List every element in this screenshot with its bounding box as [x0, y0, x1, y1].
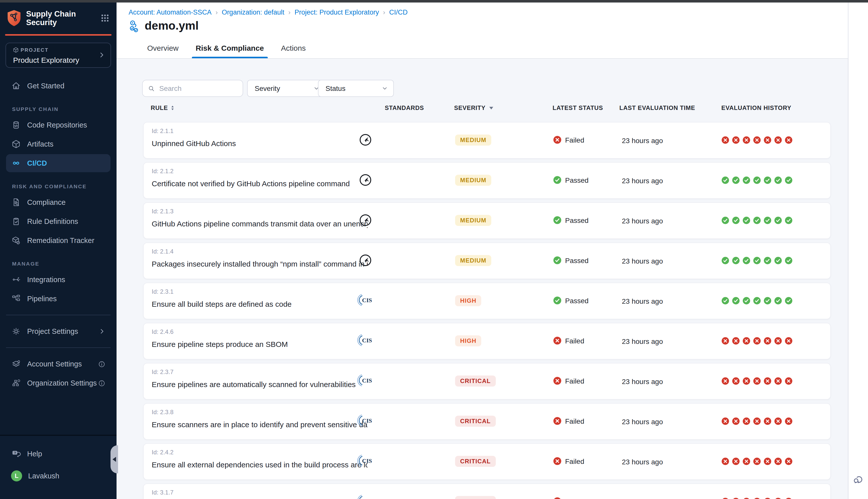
rule-name: Certificate not verified by GitHub Actio… — [152, 179, 350, 188]
history-failed-icon — [721, 377, 730, 385]
sidebar-item-pipelines[interactable]: Pipelines — [6, 290, 110, 308]
sidebar-item-ci-cd[interactable]: CI/CD — [6, 154, 110, 172]
apps-grid-icon[interactable] — [100, 14, 109, 23]
sidebar-collapse-handle[interactable] — [110, 445, 118, 473]
sidebar-item-help[interactable]: Help — [6, 445, 110, 463]
history-failed-icon — [763, 498, 772, 499]
severity-badge: CRITICAL — [455, 496, 496, 499]
latest-status: Passed — [553, 176, 589, 184]
history-failed-icon — [763, 337, 772, 345]
severity-badge: MEDIUM — [455, 175, 492, 186]
history-passed-icon — [785, 257, 793, 265]
sidebar-item-integrations[interactable]: Integrations — [6, 271, 110, 289]
history-failed-icon — [774, 337, 782, 345]
status-label: Failed — [565, 136, 584, 144]
history-failed-icon — [743, 337, 750, 345]
user-menu[interactable]: L Lavakush — [6, 467, 110, 485]
sidebar-item-label: Account Settings — [27, 360, 82, 368]
table-row[interactable]: Id: 2.3.1Ensure all build steps are defi… — [143, 283, 831, 319]
table-row[interactable]: Id: 2.4.2Ensure all external dependencie… — [143, 443, 831, 480]
history-passed-icon — [743, 216, 750, 224]
history-passed-icon — [753, 216, 761, 224]
table-row[interactable]: Id: 2.4.6Ensure pipeline steps produce a… — [143, 323, 831, 360]
info-icon — [98, 360, 106, 368]
history-failed-icon — [774, 377, 782, 385]
history-failed-icon — [721, 417, 730, 425]
sidebar-item-remediation-tracker[interactable]: Remediation Tracker — [6, 231, 110, 250]
sidebar-item-label: Organization Settings — [27, 379, 97, 387]
table-row[interactable]: Id: 2.1.2Certificate not verified by Git… — [143, 162, 831, 199]
history-failed-icon — [753, 337, 761, 345]
sidebar-item-label: Project Settings — [27, 327, 78, 335]
latest-status: Failed — [553, 377, 584, 385]
table-row[interactable]: Id: 2.1.1Unpinned GitHub ActionsMEDIUMFa… — [143, 122, 831, 159]
sidebar-item-organization-settings[interactable]: Organization Settings — [6, 374, 110, 392]
project-name: Product Exploratory — [13, 56, 79, 64]
rule-id: Id: 3.1.7 — [152, 489, 173, 496]
sidebar-divider — [6, 348, 110, 348]
history-failed-icon — [753, 136, 761, 144]
sidebar-item-label: Integrations — [27, 276, 65, 284]
table-row[interactable]: Id: 2.3.7Ensure pipelines are automatica… — [143, 363, 831, 400]
status-label: Passed — [565, 296, 589, 304]
status-failed-icon — [553, 457, 562, 465]
standard-badge — [359, 214, 429, 229]
sidebar-item-project-settings[interactable]: Project Settings — [6, 322, 110, 340]
module-title: Supply Chain Security — [26, 10, 100, 27]
sidebar-item-compliance[interactable]: Compliance — [6, 193, 110, 211]
window-top-strip — [0, 0, 868, 2]
sidebar-item-rule-definitions[interactable]: Rule Definitions — [6, 212, 110, 230]
table-row[interactable]: Id: 2.3.8Ensure scanners are in place to… — [143, 403, 831, 440]
openssf-standard-icon — [359, 173, 372, 187]
table-row[interactable]: Id: 2.1.3GitHub Actions pipeline command… — [143, 202, 831, 239]
table-rows: Id: 2.1.1Unpinned GitHub ActionsMEDIUMFa… — [117, 2, 848, 499]
pipelines-icon — [11, 294, 21, 304]
history-passed-icon — [743, 176, 750, 184]
history-failed-icon — [763, 136, 772, 144]
chat-support-icon[interactable] — [853, 473, 864, 485]
rule-id: Id: 2.3.1 — [152, 288, 173, 295]
table-row[interactable]: Id: 2.1.4Packages insecurely installed t… — [143, 242, 831, 279]
rule-id: Id: 2.3.8 — [152, 409, 173, 416]
status-failed-icon — [553, 497, 562, 499]
sidebar-item-get-started[interactable]: Get Started — [6, 77, 110, 95]
main-area: Account: Automation-SSCA›Organization: d… — [117, 2, 868, 499]
severity-badge: CRITICAL — [455, 456, 496, 467]
history-failed-icon — [785, 417, 793, 425]
evaluation-history — [721, 216, 793, 224]
history-failed-icon — [763, 417, 772, 425]
latest-status: Failed — [553, 417, 584, 425]
status-passed-icon — [553, 176, 562, 184]
history-failed-icon — [785, 377, 793, 385]
history-passed-icon — [743, 257, 750, 265]
history-passed-icon — [774, 216, 782, 224]
table-row[interactable]: Id: 3.1.7CRITICALFailed23 hours ago — [143, 484, 831, 499]
rule-name: Ensure scanners are in place to identify… — [152, 420, 368, 429]
history-passed-icon — [763, 297, 772, 305]
evaluation-history — [721, 417, 793, 425]
sidebar-item-code-repositories[interactable]: Code Repositories — [6, 116, 110, 134]
history-failed-icon — [785, 457, 793, 465]
history-passed-icon — [774, 257, 782, 265]
last-evaluation-time: 23 hours ago — [622, 498, 663, 499]
nav-section-label: SUPPLY CHAIN — [12, 106, 117, 112]
status-failed-icon — [553, 135, 562, 144]
last-evaluation-time: 23 hours ago — [622, 177, 663, 185]
sidebar-item-account-settings[interactable]: Account Settings — [6, 355, 110, 373]
history-passed-icon — [721, 216, 730, 224]
sidebar-item-label: Remediation Tracker — [27, 236, 94, 244]
history-passed-icon — [721, 176, 730, 184]
project-selector[interactable]: PROJECT Product Exploratory — [5, 43, 111, 68]
status-label: Failed — [565, 377, 584, 385]
openssf-standard-icon — [359, 214, 372, 227]
cube-icon — [11, 139, 21, 149]
standard-badge — [357, 414, 427, 429]
sidebar-item-artifacts[interactable]: Artifacts — [6, 135, 110, 153]
history-passed-icon — [763, 176, 772, 184]
latest-status: Failed — [553, 457, 584, 465]
standard-badge — [357, 374, 427, 389]
sidebar-item-label: Rule Definitions — [27, 217, 78, 226]
last-evaluation-time: 23 hours ago — [622, 418, 663, 426]
right-rail — [848, 2, 868, 499]
history-failed-icon — [743, 498, 750, 499]
